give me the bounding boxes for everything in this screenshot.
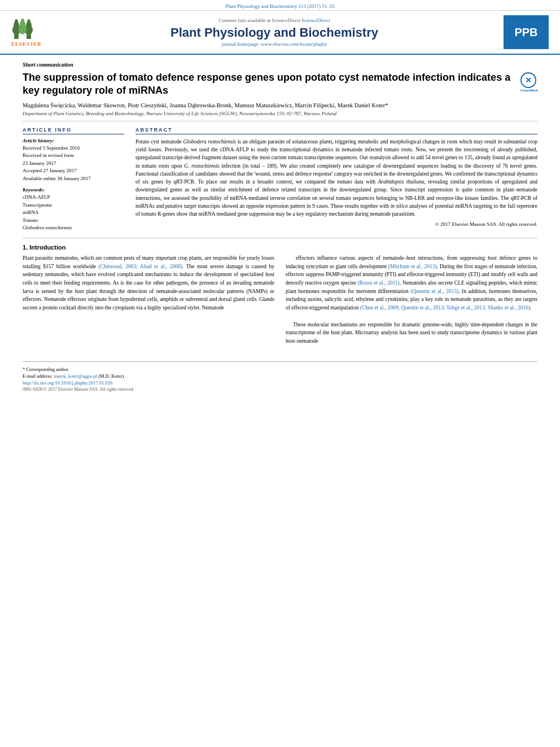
ppb-logo: PPB (504, 15, 549, 49)
introduction-section: 1. Introduction Plant parasitic nematode… (23, 244, 537, 346)
svg-rect-4 (27, 34, 31, 39)
article-history-label: Article history: (23, 138, 124, 143)
article-meta-block: ARTICLE INFO Article history: Received 5… (23, 127, 537, 232)
article-info-col: ARTICLE INFO Article history: Received 5… (23, 127, 124, 232)
corresponding-author-note: * Corresponding author. (23, 366, 537, 372)
available-date: Available online 30 January 2017 (23, 175, 124, 183)
affiliation: Department of Plant Genetics, Breeding a… (23, 111, 537, 121)
article-type: Short communication (23, 62, 537, 68)
keywords-list: cDNA-AFLPTranscriptomemiRNATomatoGlobode… (23, 194, 124, 232)
elsevier-brand: ELSEVIER (11, 41, 42, 47)
page: Plant Physiology and Biochemistry 113 (2… (0, 0, 560, 747)
article-info-section-label: ARTICLE INFO (23, 127, 124, 134)
svg-point-7 (27, 19, 30, 25)
journal-header-center: Contents lists available at ScienceDirec… (45, 18, 504, 47)
authors: Magdalena Święcicka, Waldemar Skowron, P… (23, 102, 537, 108)
journal-header: ELSEVIER Contents lists available at Sci… (0, 11, 560, 55)
body-left-col: Plant parasitic nematodes, which are com… (23, 254, 274, 346)
keyword-item: Globodera rostochiensis (23, 224, 124, 232)
footer-copyright: 0981-9428/© 2017 Elsevier Masson SAS. Al… (23, 387, 537, 392)
keyword-item: cDNA-AFLP (23, 194, 124, 202)
received-revised-label: Received in revised form (23, 152, 124, 160)
body-right-col: effectors influence various aspects of n… (286, 254, 537, 346)
section-divider (23, 238, 537, 238)
crossmark-label: CrossMark (520, 89, 537, 93)
homepage-url[interactable]: www.elsevier.com/locate/plaphy (261, 41, 327, 47)
keyword-item: Tomato (23, 217, 124, 225)
svg-rect-0 (14, 34, 19, 39)
keywords-label: Keywords: (23, 187, 124, 193)
received-date: Received 5 September 2016 (23, 145, 124, 152)
body-columns: Plant parasitic nematodes, which are com… (23, 254, 537, 346)
abstract-section-label: ABSTRACT (135, 127, 537, 134)
abstract-text: Potato cyst nematode Globodera rostochie… (135, 138, 537, 219)
abstract-col: ABSTRACT Potato cyst nematode Globodera … (135, 127, 537, 232)
footer-divider (23, 361, 537, 362)
intro-heading: 1. Introduction (23, 244, 537, 251)
email-link[interactable]: marek_koter@sggw.pl (54, 373, 97, 379)
keyword-item: Transcriptome (23, 202, 124, 209)
top-citation-bar: Plant Physiology and Biochemistry 113 (2… (0, 0, 560, 11)
received-revised-date: 23 January 2017 (23, 160, 124, 168)
journal-homepage: journal homepage: www.elsevier.com/locat… (45, 41, 504, 47)
footer-content: * Corresponding author. E-mail address: … (0, 364, 560, 394)
article-title-block: The suppression of tomato defence respon… (23, 71, 537, 98)
sciencedirect-line: Contents lists available at ScienceDirec… (45, 18, 504, 23)
crossmark-icon: ✕ (520, 72, 536, 88)
email-footnote: E-mail address: marek_koter@sggw.pl (M.D… (23, 373, 537, 379)
accepted-date: Accepted 27 January 2017 (23, 167, 124, 175)
crossmark-badge[interactable]: ✕ CrossMark (520, 72, 537, 93)
article-title-text: The suppression of tomato defence respon… (23, 71, 520, 98)
svg-point-3 (15, 19, 18, 25)
intro-text-right: effectors influence various aspects of n… (286, 254, 537, 346)
copyright-text: © 2017 Elsevier Masson SAS. All rights r… (135, 221, 537, 227)
svg-point-10 (21, 19, 24, 23)
journal-title: Plant Physiology and Biochemistry (45, 25, 504, 40)
journal-citation: Plant Physiology and Biochemistry 113 (2… (225, 3, 335, 9)
doi-link[interactable]: http://dx.doi.org/10.1016/j.plaphy.2017.… (23, 380, 537, 386)
article-content: Short communication The suppression of t… (0, 55, 560, 352)
elsevier-tree-icon (11, 18, 45, 40)
intro-text-left: Plant parasitic nematodes, which are com… (23, 254, 274, 312)
sciencedirect-link[interactable]: ScienceDirect (301, 18, 330, 23)
elsevier-logo: ELSEVIER (11, 18, 45, 47)
keyword-item: miRNA (23, 209, 124, 217)
